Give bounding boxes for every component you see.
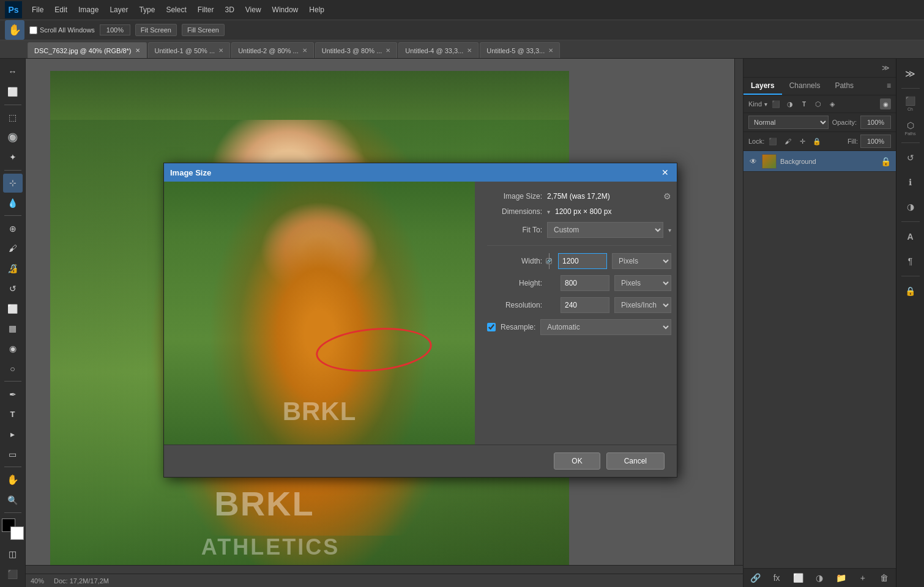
- filter-kind-arrow[interactable]: ▾: [764, 101, 767, 108]
- text-tool[interactable]: T: [3, 405, 23, 424]
- adjustments-panel-btn[interactable]: ◑: [900, 196, 922, 218]
- eraser-tool[interactable]: ⬜: [3, 299, 23, 318]
- filter-smart-icon[interactable]: ◈: [826, 98, 838, 110]
- tab-0[interactable]: DSC_7632.jpg @ 40% (RGB/8*) ✕: [28, 42, 147, 58]
- character-panel-btn[interactable]: A: [900, 226, 922, 248]
- fit-to-select[interactable]: Custom Original Size Web Print: [547, 222, 663, 238]
- layer-new-btn[interactable]: +: [856, 571, 870, 585]
- layer-row-background[interactable]: 👁 Background 🔒: [743, 151, 896, 172]
- move-tool[interactable]: ↔: [3, 62, 23, 81]
- menu-image[interactable]: Image: [73, 3, 103, 17]
- panel-menu-btn[interactable]: ≡: [882, 78, 896, 95]
- layer-fx-btn[interactable]: fx: [770, 571, 783, 585]
- hand-tool-btn[interactable]: ✋: [5, 20, 24, 40]
- menu-layer[interactable]: Layer: [105, 3, 133, 17]
- fill-input[interactable]: [860, 135, 891, 148]
- brush-tool[interactable]: 🖌: [3, 239, 23, 258]
- filter-toggle-btn[interactable]: ◉: [880, 98, 891, 109]
- filter-pixel-icon[interactable]: ⬛: [770, 98, 782, 110]
- menu-view[interactable]: View: [240, 3, 266, 17]
- quick-mask-btn[interactable]: ◫: [3, 545, 23, 564]
- tab-4-close[interactable]: ✕: [467, 47, 472, 54]
- tab-1-close[interactable]: ✕: [218, 47, 223, 54]
- lock-transparent-btn[interactable]: ⬛: [767, 135, 779, 147]
- fit-screen-button[interactable]: Fit Screen: [135, 24, 177, 36]
- paths-panel-btn[interactable]: ⬡ Paths: [900, 117, 922, 139]
- menu-select[interactable]: Select: [161, 3, 191, 17]
- image-size-gear-icon[interactable]: ⚙: [663, 191, 671, 201]
- scroll-all-windows-option[interactable]: Scroll All Windows: [29, 26, 95, 34]
- layers-tab[interactable]: Layers: [743, 78, 782, 95]
- resample-select[interactable]: Automatic Preserve Details Bicubic Bilin…: [540, 319, 671, 335]
- blend-mode-select[interactable]: Normal Dissolve Multiply Screen Overlay: [748, 116, 829, 129]
- resolution-unit-select[interactable]: Pixels/Inch Pixels/cm: [614, 297, 671, 313]
- quick-select-tool[interactable]: ✦: [3, 148, 23, 167]
- width-unit-select[interactable]: Pixels Percent Inches cm: [612, 253, 671, 269]
- filter-type-icon[interactable]: T: [798, 98, 810, 110]
- image-size-dialog[interactable]: Image Size ✕ BRKL Image Size:: [163, 163, 677, 478]
- menu-file[interactable]: File: [27, 3, 48, 17]
- ok-button[interactable]: OK: [554, 452, 600, 470]
- tab-1[interactable]: Untitled-1 @ 50% ... ✕: [148, 42, 231, 58]
- filter-adjustment-icon[interactable]: ◑: [784, 98, 796, 110]
- dimensions-arrow-icon[interactable]: ▾: [547, 209, 550, 215]
- dodge-tool[interactable]: ○: [3, 360, 23, 378]
- blur-tool[interactable]: ◉: [3, 339, 23, 358]
- channels-panel-btn[interactable]: ⬛ Ch: [900, 92, 922, 114]
- layer-visibility-icon[interactable]: 👁: [748, 157, 758, 166]
- history-panel-btn[interactable]: ↺: [900, 147, 922, 169]
- properties-panel-btn[interactable]: ℹ: [900, 171, 922, 193]
- fill-screen-button[interactable]: Fill Screen: [182, 24, 225, 36]
- channels-tab[interactable]: Channels: [782, 78, 828, 95]
- resample-checkbox[interactable]: [487, 323, 496, 331]
- marquee-tool[interactable]: ⬚: [3, 108, 23, 127]
- clone-stamp-tool[interactable]: 🔏: [3, 259, 23, 278]
- crop-tool[interactable]: ⊹: [3, 174, 23, 193]
- zoom-level-input[interactable]: [100, 24, 130, 35]
- filter-shape-icon[interactable]: ⬡: [812, 98, 824, 110]
- tab-4[interactable]: Untitled-4 @ 33,3... ✕: [398, 42, 479, 58]
- layer-adjustment-btn[interactable]: ◑: [813, 571, 826, 585]
- path-select-tool[interactable]: ▸: [3, 425, 23, 444]
- gradient-tool[interactable]: ▦: [3, 319, 23, 338]
- pen-tool[interactable]: ✒: [3, 385, 23, 404]
- tab-2-close[interactable]: ✕: [302, 47, 307, 54]
- hand-tool[interactable]: ✋: [3, 470, 23, 489]
- cancel-button[interactable]: Cancel: [606, 452, 665, 470]
- resolution-input[interactable]: [561, 297, 609, 313]
- screen-mode-btn[interactable]: ⬛: [3, 564, 23, 583]
- dialog-close-button[interactable]: ✕: [660, 167, 671, 178]
- lock-all-btn[interactable]: 🔒: [811, 135, 823, 147]
- eyedropper-tool[interactable]: 💧: [3, 194, 23, 213]
- healing-brush-tool[interactable]: ⊕: [3, 219, 23, 238]
- tab-3[interactable]: Untitled-3 @ 80% ... ✕: [315, 42, 398, 58]
- opacity-input[interactable]: [860, 116, 891, 129]
- menu-type[interactable]: Type: [134, 3, 160, 17]
- height-input[interactable]: [561, 275, 609, 291]
- vertical-scrollbar[interactable]: [734, 59, 743, 565]
- menu-window[interactable]: Window: [267, 3, 304, 17]
- lock-position-btn[interactable]: ✛: [796, 135, 808, 147]
- lasso-tool[interactable]: 🔘: [3, 128, 23, 147]
- tab-5[interactable]: Untitled-5 @ 33,3... ✕: [480, 42, 560, 58]
- width-input[interactable]: [558, 253, 607, 269]
- lock-image-btn[interactable]: 🖌: [781, 135, 794, 147]
- layer-delete-btn[interactable]: 🗑: [877, 571, 891, 585]
- menu-3d[interactable]: 3D: [220, 3, 239, 17]
- menu-edit[interactable]: Edit: [50, 3, 72, 17]
- paragraph-panel-btn[interactable]: ¶: [900, 250, 922, 272]
- layer-mask-btn[interactable]: ⬜: [791, 571, 805, 585]
- tab-2[interactable]: Untitled-2 @ 80% ... ✕: [231, 42, 314, 58]
- tab-3-close[interactable]: ✕: [386, 47, 390, 54]
- history-brush-tool[interactable]: ↺: [3, 279, 23, 298]
- paths-tab[interactable]: Paths: [827, 78, 861, 95]
- scroll-all-windows-checkbox[interactable]: [29, 26, 37, 34]
- menu-filter[interactable]: Filter: [193, 3, 219, 17]
- height-unit-select[interactable]: Pixels Percent Inches cm: [614, 275, 671, 291]
- background-color[interactable]: [10, 526, 24, 540]
- lock-btn[interactable]: 🔒: [900, 280, 922, 302]
- shape-tool[interactable]: ▭: [3, 445, 23, 464]
- tab-5-close[interactable]: ✕: [548, 47, 553, 54]
- layer-link-btn[interactable]: 🔗: [748, 571, 762, 585]
- collapse-panel-btn[interactable]: ≫: [879, 61, 892, 75]
